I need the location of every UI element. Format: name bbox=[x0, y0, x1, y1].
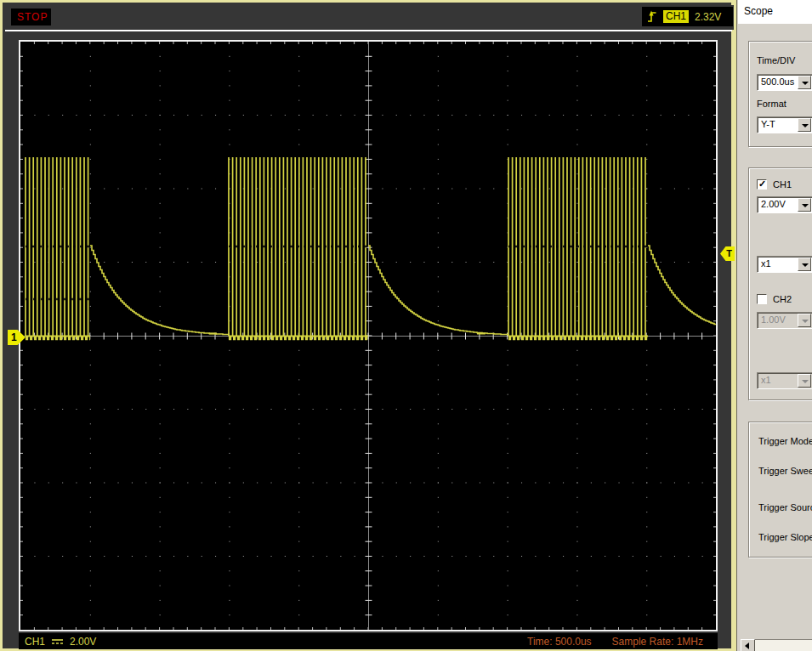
format-value: Y-T bbox=[761, 119, 775, 129]
format-label: Format bbox=[757, 99, 786, 109]
ch1-probe-select[interactable]: x1 bbox=[757, 256, 812, 273]
dropdown-arrow-button[interactable] bbox=[798, 258, 811, 271]
acquisition-status-badge: STOP bbox=[11, 8, 51, 25]
ch2-volts-select: 1.00V bbox=[757, 312, 812, 329]
time-div-value: 500.0us bbox=[761, 76, 794, 87]
chevron-down-icon bbox=[802, 320, 809, 323]
ch1-enable-row: CH1 bbox=[757, 178, 792, 190]
trigger-readout: CH1 2.32V bbox=[642, 7, 733, 26]
dropdown-arrow-button[interactable] bbox=[798, 198, 811, 212]
arrow-left-icon bbox=[745, 643, 749, 649]
topbar-separator bbox=[5, 30, 732, 31]
chevron-down-icon bbox=[802, 82, 809, 85]
trigger-level-marker[interactable]: T bbox=[720, 246, 735, 261]
vertical-group: CH1 2.00V x1 CH2 1.00V bbox=[748, 167, 812, 400]
dc-coupling-icon bbox=[51, 637, 64, 646]
ch1-volts-per-div: 2.00V bbox=[70, 636, 96, 648]
panel-title: Scope bbox=[738, 0, 812, 23]
ch2-volts-value: 1.00V bbox=[761, 314, 786, 325]
control-panel: Scope Time/DIV 500.0us Format Y-T CH1 bbox=[736, 0, 812, 651]
trigger-channel-badge: CH1 bbox=[663, 10, 689, 23]
scope-top-status-bar: STOP CH1 2.32V bbox=[5, 5, 734, 30]
panel-body: Time/DIV 500.0us Format Y-T CH1 2.00V bbox=[738, 23, 812, 651]
scope-bottom-status-bar: CH1 2.00V Time: 500.0us Sample Rate: 1MH… bbox=[19, 633, 718, 649]
timebase-readout: Time: 500.0us Sample Rate: 1MHz bbox=[527, 633, 703, 649]
trigger-slope-label: Trigger Slope bbox=[758, 532, 812, 542]
scope-display-window: STOP CH1 2.32V 1 T CH1 bbox=[0, 0, 736, 651]
chevron-down-icon bbox=[802, 380, 809, 383]
horizontal-group: Time/DIV 500.0us Format Y-T bbox=[748, 41, 812, 147]
ch1-checkbox-label: CH1 bbox=[773, 179, 792, 190]
ch2-checkbox-label: CH2 bbox=[773, 294, 792, 304]
chevron-down-icon bbox=[802, 124, 809, 127]
ch1-label: CH1 bbox=[25, 636, 45, 648]
chevron-down-icon bbox=[802, 204, 809, 207]
trigger-level-value: 2.32V bbox=[695, 11, 721, 23]
trigger-slope-icon bbox=[647, 9, 657, 25]
ch1-volts-select[interactable]: 2.00V bbox=[757, 196, 812, 213]
ch1-probe-value: x1 bbox=[761, 258, 771, 269]
dropdown-arrow-button bbox=[798, 314, 811, 327]
time-per-div: Time: 500.0us bbox=[527, 636, 592, 648]
trigger-sweep-label: Trigger Sweep bbox=[758, 466, 812, 476]
panel-scroll-left-button[interactable] bbox=[741, 639, 755, 651]
ch2-enable-row: CH2 bbox=[757, 293, 792, 304]
trigger-source-label: Trigger Source bbox=[758, 502, 812, 512]
trigger-group: Trigger Mode Trigger Sweep Trigger Sourc… bbox=[748, 422, 812, 558]
ch2-probe-value: x1 bbox=[761, 375, 771, 385]
waveform-screen bbox=[19, 40, 718, 631]
ch1-readout: CH1 2.00V bbox=[25, 633, 96, 649]
time-div-label: Time/DIV bbox=[757, 55, 795, 65]
waveform-plot bbox=[20, 42, 716, 630]
format-select[interactable]: Y-T bbox=[757, 116, 812, 133]
ch2-probe-select: x1 bbox=[757, 372, 812, 389]
sample-rate: Sample Rate: 1MHz bbox=[612, 636, 703, 648]
acquisition-status-text: STOP bbox=[17, 11, 48, 23]
chevron-down-icon bbox=[802, 263, 809, 267]
time-div-select[interactable]: 500.0us bbox=[757, 74, 812, 91]
ch1-checkbox[interactable] bbox=[757, 179, 767, 190]
oscilloscope-app: STOP CH1 2.32V 1 T CH1 bbox=[0, 0, 812, 651]
trigger-mode-label: Trigger Mode bbox=[758, 436, 812, 446]
dropdown-arrow-button[interactable] bbox=[798, 76, 811, 89]
dropdown-arrow-button bbox=[798, 374, 811, 388]
dropdown-arrow-button[interactable] bbox=[798, 118, 811, 132]
ch2-checkbox[interactable] bbox=[757, 294, 767, 304]
ch1-volts-value: 2.00V bbox=[761, 199, 786, 209]
panel-scrollbar-track[interactable] bbox=[755, 639, 812, 651]
